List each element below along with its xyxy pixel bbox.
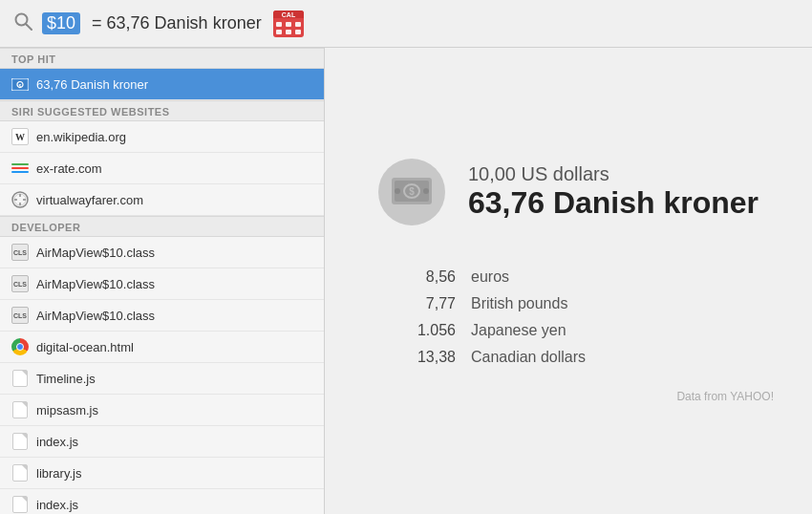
search-query[interactable]: $10: [42, 12, 80, 34]
svg-rect-6: [286, 22, 291, 27]
list-item-digital-ocean[interactable]: digital-ocean.html: [0, 332, 324, 363]
conversion-amount: 7,77: [387, 290, 463, 317]
timeline-label: Timeline.js: [36, 372, 96, 386]
indexjs2-file-icon: [11, 496, 29, 513]
libraryjs-file-icon: [11, 464, 29, 482]
svg-rect-7: [295, 22, 301, 27]
svg-text:$: $: [409, 186, 415, 197]
timeline-file-icon: [11, 370, 29, 387]
left-panel: TOP HIT $ 63,76 Danish kroner SIRI SUGGE…: [0, 48, 325, 514]
class-file-icon-3: cls: [11, 307, 29, 324]
conversion-currency: euros: [463, 264, 750, 290]
list-item-airmapview2[interactable]: cls AirMapView$10.class: [0, 268, 324, 300]
mipsasm-file-icon: [11, 401, 29, 418]
right-panel: $ 10,00 US dollars 63,76 Danish kroner 8…: [325, 48, 812, 514]
compass-icon: [11, 191, 29, 208]
class-file-icon-2: cls: [11, 275, 29, 292]
class-file-icon-1: cls: [11, 244, 29, 261]
table-row: 8,56euros: [387, 264, 750, 290]
conversion-currency: Japanese yen: [463, 317, 750, 344]
currency-values: 10,00 US dollars 63,76 Danish kroner: [468, 163, 759, 221]
indexjs-file-icon: [11, 433, 29, 450]
money-icon: $: [378, 159, 445, 225]
search-icon: [13, 11, 32, 35]
conversion-amount: 1.056: [387, 317, 463, 344]
airmapview1-label: AirMapView$10.class: [36, 246, 155, 260]
svg-rect-8: [276, 30, 282, 34]
list-item-mipsasm[interactable]: mipsasm.js: [0, 395, 324, 426]
svg-line-1: [27, 25, 32, 31]
indexjs2-label: index.js: [36, 498, 78, 512]
conversion-amount: 13,38: [387, 344, 463, 371]
svg-rect-10: [295, 30, 301, 34]
conversion-currency: British pounds: [463, 290, 750, 317]
libraryjs-label: library.js: [36, 466, 81, 481]
airmapview3-label: AirMapView$10.class: [36, 309, 155, 323]
top-hit-label: 63,76 Danish kroner: [36, 77, 148, 92]
svg-text:CAL: CAL: [281, 11, 295, 17]
list-item-virtualwayfarer[interactable]: virtualwayfarer.com: [0, 184, 324, 216]
digital-ocean-label: digital-ocean.html: [36, 340, 134, 354]
exrate-label: ex-rate.com: [36, 161, 102, 176]
section-header-top-hit: TOP HIT: [0, 48, 324, 69]
currency-icon: $: [11, 75, 29, 93]
conversion-currency: Canadian dollars: [463, 344, 750, 371]
list-item-indexjs2[interactable]: index.js: [0, 489, 324, 514]
list-item-top-hit[interactable]: $ 63,76 Danish kroner: [0, 69, 324, 100]
list-item-airmapview3[interactable]: cls AirMapView$10.class: [0, 300, 324, 332]
conversion-amount: 8,56: [387, 264, 463, 290]
data-source-text: Data from YAHOO!: [676, 390, 774, 403]
mipsasm-label: mipsasm.js: [36, 403, 98, 418]
search-result-text: = 63,76 Danish kroner: [92, 13, 262, 33]
indexjs-label: index.js: [36, 435, 78, 449]
wikipedia-label: en.wikipedia.org: [36, 130, 126, 144]
currency-to: 63,76 Danish kroner: [468, 185, 759, 221]
svg-point-26: [395, 188, 400, 194]
table-row: 7,77British pounds: [387, 290, 750, 317]
svg-text:$: $: [19, 82, 22, 88]
airmapview2-label: AirMapView$10.class: [36, 277, 155, 291]
currency-conversion-table: 8,56euros7,77British pounds1.056Japanese…: [387, 264, 750, 371]
list-item-exrate[interactable]: ex-rate.com: [0, 153, 324, 184]
section-header-siri: SIRI SUGGESTED WEBSITES: [0, 100, 324, 121]
main-content: TOP HIT $ 63,76 Danish kroner SIRI SUGGE…: [0, 48, 812, 514]
list-item-libraryjs[interactable]: library.js: [0, 458, 324, 489]
table-row: 13,38Canadian dollars: [387, 344, 750, 371]
svg-rect-9: [286, 30, 291, 34]
currency-from: 10,00 US dollars: [468, 163, 759, 185]
svg-rect-5: [276, 22, 282, 27]
list-item-airmapview1[interactable]: cls AirMapView$10.class: [0, 237, 324, 268]
calendar-icon[interactable]: CAL: [271, 7, 306, 41]
currency-main: $ 10,00 US dollars 63,76 Danish kroner: [378, 159, 759, 225]
svg-point-0: [16, 14, 28, 26]
search-bar: $10 = 63,76 Danish kroner CAL: [0, 0, 812, 48]
svg-point-27: [423, 188, 429, 194]
wikipedia-icon: W: [11, 128, 29, 145]
list-item-timeline[interactable]: Timeline.js: [0, 363, 324, 395]
virtualwayfarer-label: virtualwayfarer.com: [36, 193, 143, 207]
list-item-indexjs[interactable]: index.js: [0, 426, 324, 458]
exrate-icon: [11, 160, 29, 177]
data-source: Data from YAHOO!: [676, 390, 774, 403]
chrome-icon: [11, 338, 29, 355]
table-row: 1.056Japanese yen: [387, 317, 750, 344]
list-item-wikipedia[interactable]: W en.wikipedia.org: [0, 121, 324, 153]
section-header-developer: DEVELOPER: [0, 216, 324, 237]
